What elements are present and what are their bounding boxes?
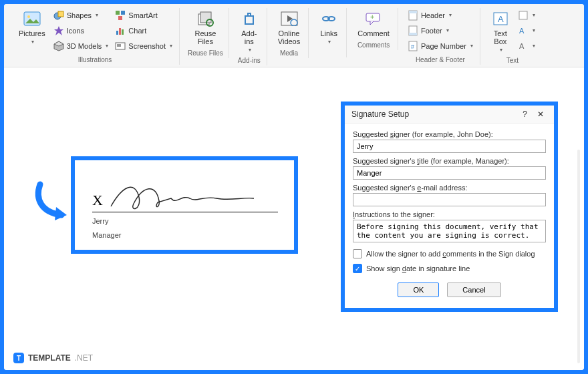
ok-button[interactable]: OK	[398, 283, 439, 297]
label-signer-title: Suggested signer's title (for example, M…	[353, 157, 546, 165]
group-header-footer: Header▾ Footer▾ # Page Number▾ Header & …	[401, 8, 480, 65]
dialog-title: Signature Setup	[351, 110, 409, 119]
checkbox-show-date-label: Show sign date in signature line	[366, 264, 470, 272]
smartart-button[interactable]: SmartArt	[114, 8, 174, 23]
online-videos-button[interactable]: Online Videos	[275, 8, 303, 47]
smartart-label: SmartArt	[128, 9, 157, 22]
svg-text:#: #	[411, 43, 414, 50]
signature-setup-dialog: Signature Setup ? ✕ Suggested signer (fo…	[341, 102, 558, 312]
svg-text:A: A	[498, 14, 504, 24]
checkbox-checked-icon: ✓	[353, 264, 362, 273]
header-label: Header	[421, 9, 445, 22]
svg-rect-7	[116, 31, 118, 35]
svg-point-1	[27, 15, 30, 18]
reuse-files-button[interactable]: Reuse Files	[192, 8, 218, 47]
video-icon	[280, 9, 299, 28]
addins-label: Add- ins	[241, 29, 257, 45]
comment-icon: +	[364, 9, 383, 28]
dropcap-icon: A	[518, 41, 529, 51]
footer-button[interactable]: Footer▾	[406, 23, 474, 38]
template-logo-icon: T	[13, 353, 24, 363]
checkbox-icon	[353, 249, 362, 258]
text-small-1[interactable]: ▾	[517, 8, 537, 23]
help-button[interactable]: ?	[519, 110, 532, 119]
annotation-arrow-icon	[32, 179, 72, 228]
svg-rect-11	[117, 44, 121, 47]
page-number-label: Page Number	[421, 39, 466, 53]
footer-brand-text: TEMPLATE	[28, 353, 71, 363]
pictures-label: Pictures	[19, 29, 45, 37]
screenshot-button[interactable]: Screenshot▾	[114, 39, 174, 53]
quickparts-icon	[518, 10, 529, 21]
header-icon	[408, 10, 418, 21]
pictures-button[interactable]: Pictures ▾	[16, 8, 48, 46]
text-small-2[interactable]: A▾	[517, 23, 537, 38]
smartart-icon	[115, 10, 126, 21]
screenshot-label: Screenshot	[128, 39, 166, 53]
addins-icon	[240, 9, 259, 28]
svg-rect-5	[121, 11, 125, 15]
group-hf-label: Header & Footer	[416, 56, 465, 63]
reuse-files-label: Reuse Files	[194, 29, 216, 45]
dialog-titlebar: Signature Setup ? ✕	[345, 106, 554, 123]
svg-text:+: +	[370, 13, 374, 21]
3d-models-button[interactable]: 3D Models▾	[52, 39, 110, 53]
scrollbar[interactable]	[577, 150, 580, 363]
link-icon	[319, 9, 338, 28]
group-illustrations-label: Illustrations	[78, 56, 112, 63]
input-suggested-signer[interactable]	[353, 140, 546, 153]
footer-label: Footer	[421, 24, 442, 37]
comment-button[interactable]: + Comment	[355, 8, 392, 39]
text-small-3[interactable]: A▾	[517, 39, 537, 53]
shapes-icon	[53, 10, 64, 21]
text-box-label: Text Box	[494, 29, 507, 45]
group-addins-label: Add-ins	[238, 57, 261, 64]
checkbox-allow-comments[interactable]: Allow the signer to add comments in the …	[353, 249, 546, 258]
group-reuse-files: Reuse Files Reuse Files	[182, 8, 229, 58]
svg-text:A: A	[519, 27, 525, 35]
document-canvas: X Jerry Manager Signature Setup ? ✕ Sugg…	[4, 76, 584, 370]
shapes-button[interactable]: Shapes▾	[52, 8, 110, 23]
svg-rect-9	[122, 29, 124, 35]
links-label: Links	[320, 29, 337, 37]
header-button[interactable]: Header▾	[406, 8, 474, 23]
group-illustrations: Pictures ▾ Shapes▾ Icons 3D Models▾	[11, 8, 180, 65]
footer-icon	[408, 25, 418, 36]
svg-rect-22	[409, 11, 417, 13]
3d-models-label: 3D Models	[67, 39, 102, 53]
signature-line-box[interactable]: X Jerry Manager	[71, 156, 298, 254]
group-addins: Add- ins▾ Add-ins	[232, 8, 267, 65]
group-reuse-label: Reuse Files	[188, 49, 223, 57]
checkbox-allow-comments-label: Allow the signer to add comments in the …	[366, 250, 535, 258]
input-instructions[interactable]	[353, 220, 546, 242]
svg-rect-8	[119, 28, 121, 35]
reuse-files-icon	[196, 9, 214, 28]
input-signer-title[interactable]	[353, 166, 546, 180]
shapes-label: Shapes	[67, 9, 92, 22]
chevron-down-icon: ▾	[31, 39, 34, 45]
pictures-icon	[23, 9, 41, 28]
addins-button[interactable]: Add- ins▾	[237, 8, 261, 54]
text-box-button[interactable]: A Text Box▾	[488, 8, 512, 54]
svg-rect-13	[200, 12, 211, 23]
page-number-button[interactable]: # Page Number▾	[406, 39, 474, 53]
signature-name: Jerry	[92, 216, 278, 226]
icons-button[interactable]: Icons	[52, 23, 110, 38]
icons-label: Icons	[67, 24, 84, 37]
links-button[interactable]: Links▾	[317, 8, 341, 46]
cancel-button[interactable]: Cancel	[447, 283, 500, 297]
group-media: Online Videos Media	[270, 8, 309, 58]
input-signer-email[interactable]	[353, 193, 546, 206]
close-button[interactable]: ✕	[534, 110, 547, 119]
svg-rect-6	[118, 16, 122, 20]
chart-button[interactable]: Chart	[114, 23, 174, 38]
wordart-icon: A	[518, 25, 529, 36]
checkbox-show-date[interactable]: ✓ Show sign date in signature line	[353, 264, 546, 273]
text-box-icon: A	[491, 9, 510, 28]
svg-rect-3	[58, 11, 63, 17]
chart-label: Chart	[128, 24, 146, 37]
app-window: Pictures ▾ Shapes▾ Icons 3D Models▾	[4, 4, 584, 370]
screenshot-icon	[115, 41, 126, 51]
cube-icon	[53, 41, 64, 51]
label-suggested-signer: Suggested signer (for example, John Doe)…	[353, 130, 546, 138]
